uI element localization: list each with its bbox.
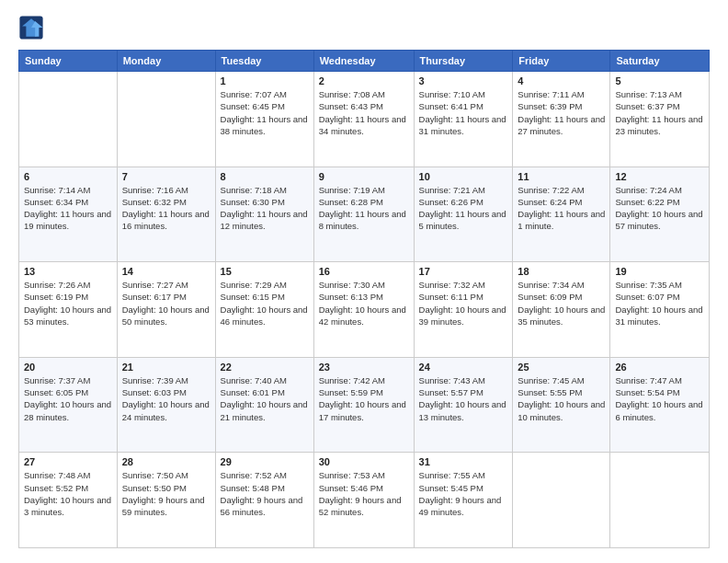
day-info: Sunrise: 7:18 AM Sunset: 6:30 PM Dayligh… [221,184,309,233]
calendar-row-5: 27Sunrise: 7:48 AM Sunset: 5:52 PM Dayli… [19,453,710,548]
day-info: Sunrise: 7:27 AM Sunset: 6:17 PM Dayligh… [122,279,210,327]
day-info: Sunrise: 7:40 AM Sunset: 6:01 PM Dayligh… [221,374,309,423]
calendar-cell: 24Sunrise: 7:43 AM Sunset: 5:57 PM Dayli… [414,357,513,453]
day-info: Sunrise: 7:16 AM Sunset: 6:32 PM Dayligh… [122,184,210,233]
day-info: Sunrise: 7:24 AM Sunset: 6:22 PM Dayligh… [615,184,704,233]
calendar-row-4: 20Sunrise: 7:37 AM Sunset: 6:05 PM Dayli… [19,357,710,453]
weekday-thursday: Thursday [414,51,513,72]
day-number: 23 [319,362,409,373]
day-number: 29 [221,456,309,467]
calendar-cell: 27Sunrise: 7:48 AM Sunset: 5:52 PM Dayli… [19,453,118,548]
calendar-cell: 20Sunrise: 7:37 AM Sunset: 6:05 PM Dayli… [19,357,118,453]
day-info: Sunrise: 7:19 AM Sunset: 6:28 PM Dayligh… [319,184,409,233]
day-info: Sunrise: 7:21 AM Sunset: 6:26 PM Dayligh… [419,184,508,233]
day-number: 15 [221,266,309,277]
calendar-cell: 17Sunrise: 7:32 AM Sunset: 6:11 PM Dayli… [414,262,513,358]
calendar-cell: 13Sunrise: 7:26 AM Sunset: 6:19 PM Dayli… [19,262,118,358]
weekday-wednesday: Wednesday [313,51,414,72]
day-number: 11 [518,171,605,182]
logo-icon [18,15,44,40]
day-number: 30 [319,456,409,467]
calendar-row-2: 6Sunrise: 7:14 AM Sunset: 6:34 PM Daylig… [19,167,710,262]
calendar-cell: 1Sunrise: 7:07 AM Sunset: 6:45 PM Daylig… [215,72,313,167]
calendar-cell: 6Sunrise: 7:14 AM Sunset: 6:34 PM Daylig… [19,167,118,262]
calendar-row-1: 1Sunrise: 7:07 AM Sunset: 6:45 PM Daylig… [19,72,710,167]
day-info: Sunrise: 7:35 AM Sunset: 6:07 PM Dayligh… [615,279,704,327]
day-number: 16 [319,266,409,277]
weekday-sunday: Sunday [19,51,118,72]
day-info: Sunrise: 7:55 AM Sunset: 5:45 PM Dayligh… [419,469,508,518]
page: SundayMondayTuesdayWednesdayThursdayFrid… [0,0,728,563]
day-info: Sunrise: 7:53 AM Sunset: 5:46 PM Dayligh… [319,469,409,518]
day-number: 18 [518,266,605,277]
day-info: Sunrise: 7:30 AM Sunset: 6:13 PM Dayligh… [319,279,409,327]
day-info: Sunrise: 7:08 AM Sunset: 6:43 PM Dayligh… [319,88,409,137]
day-number: 5 [615,75,704,86]
calendar-cell [19,72,118,167]
calendar-cell: 4Sunrise: 7:11 AM Sunset: 6:39 PM Daylig… [513,72,610,167]
day-info: Sunrise: 7:11 AM Sunset: 6:39 PM Dayligh… [518,88,605,137]
calendar-cell: 15Sunrise: 7:29 AM Sunset: 6:15 PM Dayli… [215,262,313,358]
day-number: 3 [419,75,508,86]
day-info: Sunrise: 7:10 AM Sunset: 6:41 PM Dayligh… [419,88,508,137]
calendar-cell: 8Sunrise: 7:18 AM Sunset: 6:30 PM Daylig… [215,167,313,262]
day-number: 2 [319,75,409,86]
day-info: Sunrise: 7:50 AM Sunset: 5:50 PM Dayligh… [122,469,210,518]
calendar-cell: 28Sunrise: 7:50 AM Sunset: 5:50 PM Dayli… [117,453,215,548]
calendar-cell [513,453,610,548]
calendar-cell: 2Sunrise: 7:08 AM Sunset: 6:43 PM Daylig… [313,72,414,167]
day-info: Sunrise: 7:39 AM Sunset: 6:03 PM Dayligh… [122,374,210,423]
calendar-cell: 10Sunrise: 7:21 AM Sunset: 6:26 PM Dayli… [414,167,513,262]
day-number: 28 [122,456,210,467]
day-info: Sunrise: 7:07 AM Sunset: 6:45 PM Dayligh… [221,88,309,137]
calendar-cell: 5Sunrise: 7:13 AM Sunset: 6:37 PM Daylig… [610,72,710,167]
day-number: 24 [419,362,508,373]
weekday-header-row: SundayMondayTuesdayWednesdayThursdayFrid… [19,51,710,72]
day-info: Sunrise: 7:13 AM Sunset: 6:37 PM Dayligh… [615,88,704,137]
day-number: 10 [419,171,508,182]
day-number: 25 [518,362,605,373]
calendar-cell: 22Sunrise: 7:40 AM Sunset: 6:01 PM Dayli… [215,357,313,453]
day-number: 8 [221,171,309,182]
header [18,15,710,40]
day-number: 13 [24,266,112,277]
calendar-cell: 21Sunrise: 7:39 AM Sunset: 6:03 PM Dayli… [117,357,215,453]
day-info: Sunrise: 7:45 AM Sunset: 5:55 PM Dayligh… [518,374,605,423]
day-number: 22 [221,362,309,373]
day-info: Sunrise: 7:29 AM Sunset: 6:15 PM Dayligh… [221,279,309,327]
day-info: Sunrise: 7:37 AM Sunset: 6:05 PM Dayligh… [24,374,112,423]
day-number: 26 [615,362,704,373]
calendar-table: SundayMondayTuesdayWednesdayThursdayFrid… [18,50,710,548]
day-number: 7 [122,171,210,182]
calendar-cell: 3Sunrise: 7:10 AM Sunset: 6:41 PM Daylig… [414,72,513,167]
day-info: Sunrise: 7:26 AM Sunset: 6:19 PM Dayligh… [24,279,112,327]
day-number: 6 [24,171,112,182]
day-number: 12 [615,171,704,182]
day-info: Sunrise: 7:32 AM Sunset: 6:11 PM Dayligh… [419,279,508,327]
day-number: 27 [24,456,112,467]
logo [18,15,48,40]
calendar-cell: 16Sunrise: 7:30 AM Sunset: 6:13 PM Dayli… [313,262,414,358]
calendar-cell: 14Sunrise: 7:27 AM Sunset: 6:17 PM Dayli… [117,262,215,358]
day-info: Sunrise: 7:47 AM Sunset: 5:54 PM Dayligh… [615,374,704,423]
calendar-cell: 11Sunrise: 7:22 AM Sunset: 6:24 PM Dayli… [513,167,610,262]
calendar-cell: 9Sunrise: 7:19 AM Sunset: 6:28 PM Daylig… [313,167,414,262]
day-info: Sunrise: 7:48 AM Sunset: 5:52 PM Dayligh… [24,469,112,518]
weekday-monday: Monday [117,51,215,72]
calendar-cell: 18Sunrise: 7:34 AM Sunset: 6:09 PM Dayli… [513,262,610,358]
day-info: Sunrise: 7:52 AM Sunset: 5:48 PM Dayligh… [221,469,309,518]
day-number: 31 [419,456,508,467]
day-number: 19 [615,266,704,277]
calendar-cell: 29Sunrise: 7:52 AM Sunset: 5:48 PM Dayli… [215,453,313,548]
day-number: 4 [518,75,605,86]
calendar-cell [117,72,215,167]
day-info: Sunrise: 7:14 AM Sunset: 6:34 PM Dayligh… [24,184,112,233]
weekday-friday: Friday [513,51,610,72]
day-number: 21 [122,362,210,373]
calendar-cell: 30Sunrise: 7:53 AM Sunset: 5:46 PM Dayli… [313,453,414,548]
calendar-row-3: 13Sunrise: 7:26 AM Sunset: 6:19 PM Dayli… [19,262,710,358]
day-info: Sunrise: 7:22 AM Sunset: 6:24 PM Dayligh… [518,184,605,233]
calendar-cell: 31Sunrise: 7:55 AM Sunset: 5:45 PM Dayli… [414,453,513,548]
day-info: Sunrise: 7:34 AM Sunset: 6:09 PM Dayligh… [518,279,605,327]
day-number: 1 [221,75,309,86]
